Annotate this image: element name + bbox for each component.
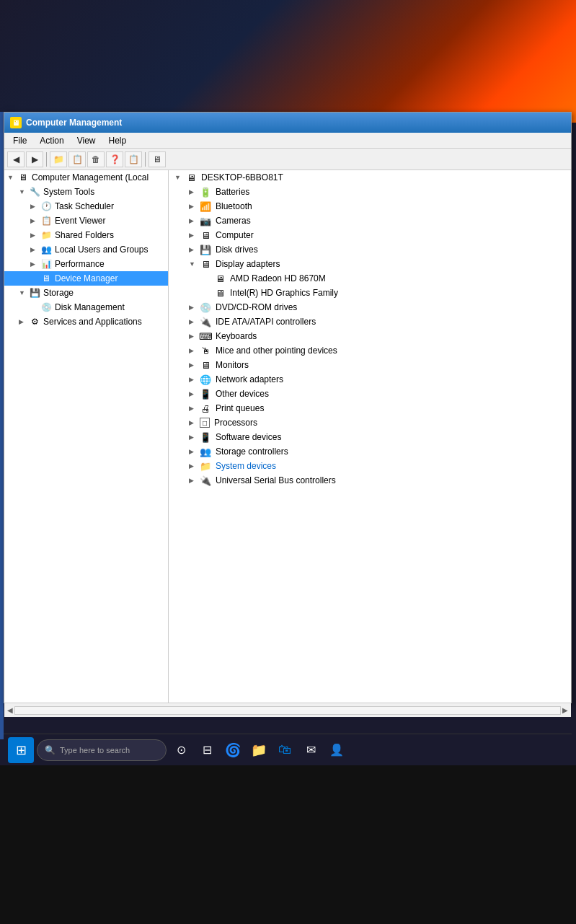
properties-button[interactable]: 🗑 bbox=[87, 151, 105, 167]
device-storage-controllers[interactable]: ▶ 👥 Storage controllers bbox=[169, 444, 571, 459]
left-tree-panel: ▼ 🖥 Computer Management (Local ▼ 🔧 Syste… bbox=[4, 170, 169, 703]
device-dvd-cd[interactable]: ▶ 💿 DVD/CD-ROM drives bbox=[169, 300, 571, 314]
device-print-queues[interactable]: ▶ 🖨 Print queues bbox=[169, 401, 571, 415]
forward-button[interactable]: ▶ bbox=[26, 151, 43, 167]
batteries-label: Batteries bbox=[216, 187, 249, 197]
tree-item-event-viewer[interactable]: ▶ 📋 Event Viewer bbox=[4, 214, 168, 228]
tree-item-system-tools[interactable]: ▼ 🔧 System Tools bbox=[4, 185, 168, 199]
device-batteries[interactable]: ▶ 🔋 Batteries bbox=[169, 185, 571, 199]
search-bar[interactable]: 🔍 Type here to search bbox=[37, 739, 167, 761]
device-manager-label: Device Manager bbox=[55, 273, 118, 283]
expand-arrow: ▶ bbox=[30, 232, 39, 239]
device-other[interactable]: ▶ 📱 Other devices bbox=[169, 387, 571, 401]
software-devices-label: Software devices bbox=[216, 432, 281, 442]
taskbar-mail-icon[interactable]: ✉ bbox=[299, 739, 322, 762]
device-usb-controllers[interactable]: ▶ 🔌 Universal Serial Bus controllers bbox=[169, 473, 571, 488]
software-devices-icon: 📱 bbox=[200, 431, 211, 443]
device-cameras[interactable]: ▶ 📷 Cameras bbox=[169, 214, 571, 228]
taskbar-widgets-icon[interactable]: ⊟ bbox=[195, 739, 218, 762]
event-viewer-label: Event Viewer bbox=[55, 216, 105, 226]
device-computer[interactable]: ▶ 🖥 Computer bbox=[169, 228, 571, 242]
help-button[interactable]: ❓ bbox=[106, 151, 123, 167]
tree-item-computer-management[interactable]: ▼ 🖥 Computer Management (Local bbox=[4, 170, 168, 185]
computer-header-icon: 🖥 bbox=[185, 172, 197, 183]
scroll-area[interactable]: ◀ ▶ bbox=[4, 703, 571, 717]
device-network-adapters[interactable]: ▶ 🌐 Network adapters bbox=[169, 372, 571, 387]
title-bar: 🖥 Computer Management bbox=[4, 113, 571, 133]
window-title: Computer Management bbox=[26, 118, 122, 128]
computer-button[interactable]: 🖥 bbox=[149, 151, 166, 167]
disk-drives-label: Disk drives bbox=[216, 245, 258, 255]
intel-hd-label: Intel(R) HD Graphics Family bbox=[230, 288, 338, 298]
device-system-devices[interactable]: ▶ 📁 System devices bbox=[169, 459, 571, 473]
device-mice[interactable]: ▶ 🖱 Mice and other pointing devices bbox=[169, 343, 571, 358]
usb-controllers-icon: 🔌 bbox=[200, 475, 211, 486]
mice-icon: 🖱 bbox=[200, 345, 211, 356]
device-software[interactable]: ▶ 📱 Software devices bbox=[169, 430, 571, 444]
computer-mgmt-label: Computer Management (Local bbox=[32, 172, 149, 182]
bluetooth-icon: 📶 bbox=[200, 201, 211, 212]
expand-arrow: ▶ bbox=[189, 188, 198, 195]
toolbar: ◀ ▶ 📁 📋 🗑 ❓ 📋 🖥 bbox=[4, 149, 571, 170]
device-amd-radeon[interactable]: 🖥 AMD Radeon HD 8670M bbox=[169, 271, 571, 286]
device-display-adapters[interactable]: ▼ 🖥 Display adapters bbox=[169, 257, 571, 271]
expand-arrow: ▼ bbox=[7, 174, 16, 181]
taskbar-edge-icon[interactable]: 🌀 bbox=[221, 739, 244, 762]
storage-label: Storage bbox=[43, 288, 74, 298]
menu-help[interactable]: Help bbox=[103, 135, 133, 146]
expand-arrow: ▶ bbox=[189, 217, 198, 224]
disk-mgmt-icon: 💿 bbox=[40, 302, 52, 313]
task-scheduler-icon: 🕐 bbox=[40, 201, 52, 212]
tree-item-shared-folders[interactable]: ▶ 📁 Shared Folders bbox=[4, 228, 168, 242]
expand-arrow: ▼ bbox=[19, 188, 27, 195]
task-scheduler-label: Task Scheduler bbox=[55, 201, 114, 211]
up-button[interactable]: 📁 bbox=[50, 151, 67, 167]
display-adapters-label: Display adapters bbox=[216, 259, 280, 269]
connect-button[interactable]: 📋 bbox=[125, 151, 142, 167]
ide-atapi-icon: 🔌 bbox=[200, 316, 211, 327]
keyboards-label: Keyboards bbox=[216, 331, 257, 341]
menu-action[interactable]: Action bbox=[34, 135, 69, 146]
show-hide-button[interactable]: 📋 bbox=[68, 151, 86, 167]
device-monitors[interactable]: ▶ 🖥 Monitors bbox=[169, 358, 571, 372]
main-content: ▼ 🖥 Computer Management (Local ▼ 🔧 Syste… bbox=[4, 170, 571, 703]
menu-file[interactable]: File bbox=[7, 135, 32, 146]
computer-label: Computer bbox=[216, 230, 254, 240]
tree-item-storage[interactable]: ▼ 💾 Storage bbox=[4, 286, 168, 300]
window-icon: 🖥 bbox=[10, 117, 22, 128]
tree-item-device-manager[interactable]: 🖥 Device Manager bbox=[4, 271, 168, 286]
device-disk-drives[interactable]: ▶ 💾 Disk drives bbox=[169, 242, 571, 257]
taskbar-store-icon[interactable]: 🛍 bbox=[273, 739, 296, 762]
device-bluetooth[interactable]: ▶ 📶 Bluetooth bbox=[169, 199, 571, 214]
device-intel-hd[interactable]: 🖥 Intel(R) HD Graphics Family bbox=[169, 286, 571, 300]
menu-view[interactable]: View bbox=[71, 135, 102, 146]
tree-item-local-users[interactable]: ▶ 👥 Local Users and Groups bbox=[4, 242, 168, 257]
expand-arrow: ▶ bbox=[189, 246, 198, 253]
tree-item-services-apps[interactable]: ▶ ⚙ Services and Applications bbox=[4, 314, 168, 329]
tree-item-performance[interactable]: ▶ 📊 Performance bbox=[4, 257, 168, 271]
device-ide-atapi[interactable]: ▶ 🔌 IDE ATA/ATAPI controllers bbox=[169, 314, 571, 329]
back-button[interactable]: ◀ bbox=[7, 151, 25, 167]
intel-hd-icon: 🖥 bbox=[214, 287, 226, 299]
usb-controllers-label: Universal Serial Bus controllers bbox=[216, 475, 336, 485]
search-placeholder: Type here to search bbox=[60, 746, 130, 754]
bluetooth-label: Bluetooth bbox=[216, 201, 252, 211]
device-processors[interactable]: ▶ □ Processors bbox=[169, 415, 571, 430]
taskbar-user-icon[interactable]: 👤 bbox=[325, 739, 348, 762]
storage-controllers-label: Storage controllers bbox=[216, 446, 288, 457]
expand-arrow: ▶ bbox=[189, 304, 198, 311]
mice-label: Mice and other pointing devices bbox=[216, 346, 337, 356]
network-adapters-icon: 🌐 bbox=[200, 374, 211, 385]
network-adapters-label: Network adapters bbox=[216, 374, 283, 384]
tree-item-disk-management[interactable]: 💿 Disk Management bbox=[4, 300, 168, 314]
expand-arrow: ▶ bbox=[189, 232, 198, 239]
start-button[interactable]: ⊞ bbox=[8, 737, 34, 763]
expand-arrow: ▶ bbox=[189, 333, 198, 340]
computer-name-label: DESKTOP-6BBO81T bbox=[201, 172, 283, 182]
taskbar-search-icon[interactable]: ⊙ bbox=[169, 739, 192, 762]
tree-item-task-scheduler[interactable]: ▶ 🕐 Task Scheduler bbox=[4, 199, 168, 214]
storage-icon: 💾 bbox=[29, 287, 40, 299]
device-keyboards[interactable]: ▶ ⌨ Keyboards bbox=[169, 329, 571, 343]
taskbar-files-icon[interactable]: 📁 bbox=[247, 739, 270, 762]
computer-header[interactable]: ▼ 🖥 DESKTOP-6BBO81T bbox=[169, 170, 571, 185]
